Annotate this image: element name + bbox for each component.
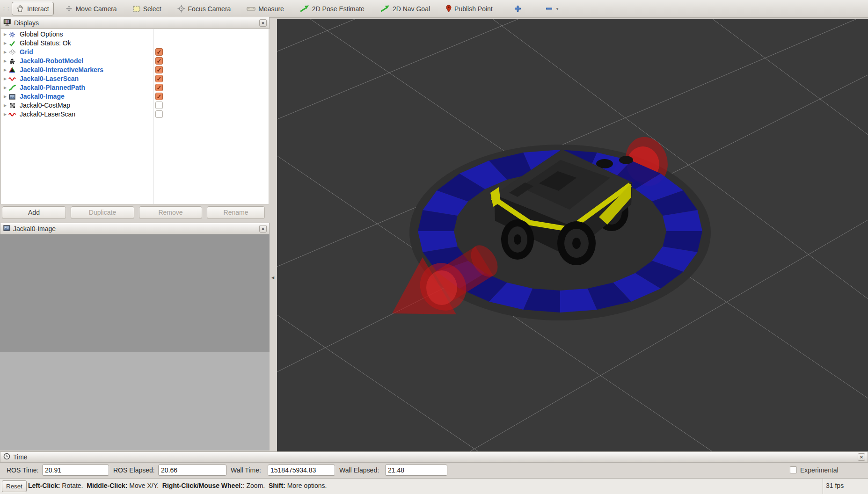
collapse-left-icon[interactable]: ◀: [271, 276, 274, 280]
wall-time-input[interactable]: [268, 465, 335, 476]
add-tool-button[interactable]: [510, 2, 526, 15]
laser-scan-icon: [7, 112, 17, 117]
render-viewport[interactable]: [277, 19, 868, 451]
expand-arrow-icon[interactable]: ▶: [1, 30, 7, 39]
green-arrow-icon: [380, 5, 390, 12]
expand-arrow-icon[interactable]: ▶: [1, 48, 7, 57]
interactive-markers-icon: [7, 67, 17, 73]
expand-arrow-icon[interactable]: ▶: [1, 65, 7, 74]
tool-label: Publish Point: [454, 5, 493, 13]
displays-icon: [3, 19, 11, 28]
camera-image-sky: [0, 234, 270, 352]
tool-label: Move Camera: [76, 5, 117, 13]
close-icon[interactable]: ×: [259, 225, 267, 232]
interact-tool-button[interactable]: Interact: [12, 2, 54, 15]
expand-arrow-icon[interactable]: ▶: [1, 74, 7, 83]
planned-path-icon: [7, 85, 17, 91]
expand-arrow-icon[interactable]: ▶: [1, 101, 7, 110]
tool-label: Focus Camera: [188, 5, 231, 13]
nav-goal-tool-button[interactable]: 2D Nav Goal: [376, 2, 435, 15]
displays-tree: ▶ Global Options ▶ Global Status: Ok ▶ G…: [0, 29, 269, 204]
wall-time-label: Wall Time:: [231, 466, 261, 474]
camera-image-ground: [0, 352, 270, 450]
display-checkbox-plannedpath[interactable]: [155, 84, 163, 91]
row-label: Jackal0-CostMap: [17, 101, 70, 110]
display-row-global-options[interactable]: ▶ Global Options: [1, 30, 153, 39]
panel-title: Jackal0-Image: [13, 225, 56, 232]
row-label: Jackal0-RobotModel: [17, 57, 83, 65]
move-camera-tool-button[interactable]: Move Camera: [60, 2, 122, 15]
panel-title: Time: [13, 453, 28, 461]
image-icon: [7, 94, 17, 100]
expand-arrow-icon[interactable]: ▶: [1, 110, 7, 119]
expand-arrow-icon[interactable]: ▶: [1, 57, 7, 65]
display-row-plannedpath[interactable]: ▶ Jackal0-PlannedPath: [1, 83, 153, 92]
display-row-global-status[interactable]: ▶ Global Status: Ok: [1, 39, 153, 48]
time-panel-header[interactable]: Time ×: [0, 451, 868, 463]
move-arrows-icon: [65, 5, 73, 13]
time-fields-row: ROS Time: ROS Elapsed: Wall Time: Wall E…: [0, 463, 868, 478]
display-checkbox-laserscan2[interactable]: [155, 110, 163, 118]
reset-button[interactable]: Reset: [2, 480, 27, 492]
display-row-grid[interactable]: ▶ Grid: [1, 48, 153, 57]
expand-arrow-icon[interactable]: ▶: [1, 92, 7, 101]
display-row-interactivemarkers[interactable]: ▶ Jackal0-InteractiveMarkers: [1, 65, 153, 74]
row-label: Global Options: [17, 30, 63, 39]
add-button[interactable]: Add: [2, 206, 66, 219]
viewport-scene: [277, 19, 868, 451]
experimental-checkbox[interactable]: [790, 466, 797, 473]
ruler-icon: [247, 6, 255, 12]
grid-icon: [7, 49, 17, 55]
duplicate-button[interactable]: Duplicate: [71, 206, 134, 219]
focus-camera-tool-button[interactable]: Focus Camera: [173, 2, 236, 15]
image-icon: [3, 225, 10, 232]
display-row-image[interactable]: ▶ Jackal0-Image: [1, 92, 153, 101]
remove-tool-button[interactable]: ▾: [541, 2, 563, 15]
plus-icon: [514, 5, 521, 12]
display-row-robotmodel[interactable]: ▶ Jackal0-RobotModel: [1, 57, 153, 65]
tool-label: Measure: [258, 5, 284, 13]
image-panel-header[interactable]: Jackal0-Image ×: [0, 223, 270, 234]
row-label: Jackal0-PlannedPath: [17, 83, 85, 92]
rviz-window: ⋮⋮ Interact Move Camera Select Focus Cam…: [0, 0, 868, 494]
pose-estimate-tool-button[interactable]: 2D Pose Estimate: [295, 2, 369, 15]
expand-arrow-icon[interactable]: ▶: [1, 39, 7, 48]
row-label: Jackal0-LaserScan: [17, 110, 75, 119]
fps-counter: 31 fps: [823, 479, 868, 494]
display-checkbox-laserscan[interactable]: [155, 75, 163, 82]
measure-tool-button[interactable]: Measure: [242, 2, 288, 15]
row-label: Jackal0-InteractiveMarkers: [17, 65, 103, 74]
expand-arrow-icon[interactable]: ▶: [1, 83, 7, 92]
ros-elapsed-input[interactable]: [158, 465, 226, 476]
display-checkbox-robotmodel[interactable]: [155, 57, 163, 65]
row-label: Global Status: Ok: [17, 39, 71, 48]
display-checkbox-grid[interactable]: [155, 48, 163, 56]
dropdown-arrow-icon[interactable]: ▾: [556, 7, 559, 11]
remove-button[interactable]: Remove: [139, 206, 202, 219]
selection-box-icon: [133, 5, 140, 13]
display-row-laserscan2[interactable]: ▶ Jackal0-LaserScan: [1, 110, 153, 119]
close-icon[interactable]: ×: [858, 453, 865, 461]
tool-label: 2D Nav Goal: [393, 5, 430, 13]
minus-icon: [546, 5, 553, 12]
display-checkbox-interactivemarkers[interactable]: [155, 66, 163, 73]
display-checkbox-costmap[interactable]: [155, 102, 163, 109]
rename-button[interactable]: Rename: [207, 206, 265, 219]
gear-icon: [7, 31, 17, 38]
display-row-laserscan[interactable]: ▶ Jackal0-LaserScan: [1, 74, 153, 83]
green-arrow-icon: [300, 5, 309, 12]
publish-point-tool-button[interactable]: Publish Point: [441, 2, 497, 15]
experimental-label: Experimental: [800, 466, 839, 474]
tool-label: 2D Pose Estimate: [312, 5, 365, 13]
hand-icon: [16, 5, 24, 13]
display-checkbox-image[interactable]: [155, 93, 163, 100]
toolbar-drag-handle[interactable]: ⋮⋮: [1, 7, 5, 11]
ros-time-input[interactable]: [42, 465, 109, 476]
select-tool-button[interactable]: Select: [128, 2, 166, 15]
row-label: Jackal0-LaserScan: [17, 74, 79, 83]
display-row-costmap[interactable]: ▶ Jackal0-CostMap: [1, 101, 153, 110]
wall-elapsed-input[interactable]: [385, 465, 447, 476]
tree-column-divider[interactable]: [153, 29, 153, 204]
close-icon[interactable]: ×: [259, 19, 267, 27]
displays-panel-header[interactable]: Displays ×: [0, 17, 270, 29]
